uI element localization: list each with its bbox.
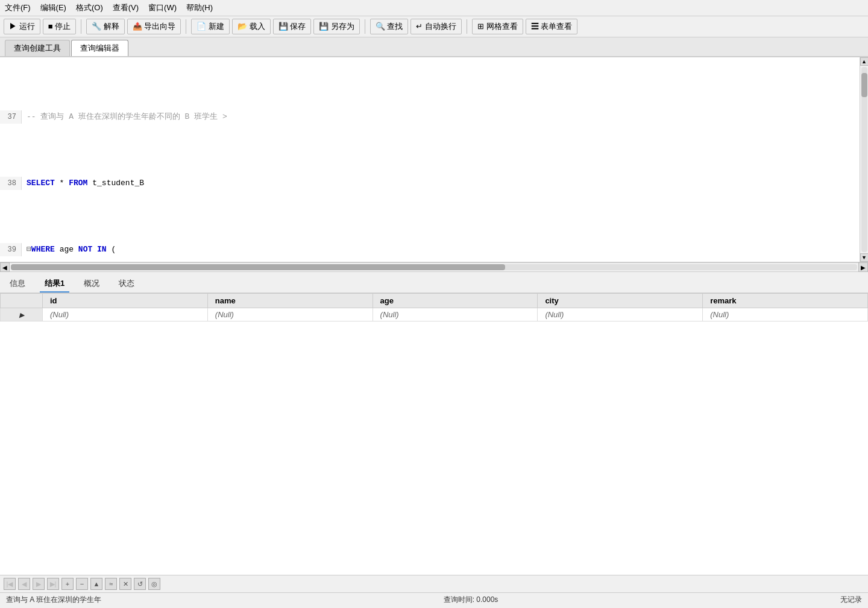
tab-query-builder[interactable]: 查询创建工具 xyxy=(5,40,70,56)
run-button[interactable]: ▶ 运行 xyxy=(4,19,40,34)
fold-39[interactable]: ⊟ xyxy=(27,245,31,254)
line-num-37: 37 xyxy=(0,110,22,124)
vscroll-up[interactable]: ▲ xyxy=(860,57,869,66)
grid-button[interactable]: ⊞ 网格查看 xyxy=(472,19,523,34)
editor-line-39: 39 ⊟WHERE age NOT IN ( xyxy=(0,243,868,256)
menu-help[interactable]: 帮助(H) xyxy=(186,2,213,13)
hscroll-left[interactable]: ◀ xyxy=(0,262,10,272)
load-button[interactable]: 📂 载入 xyxy=(232,19,271,34)
find-button[interactable]: 🔍 查找 xyxy=(370,19,409,34)
menu-window[interactable]: 窗口(W) xyxy=(148,2,177,13)
main-content: 查询创建工具 查询编辑器 37 -- 查询与 A 班住在深圳的学生年龄不同的 B… xyxy=(0,37,868,592)
grid-cell-name[interactable]: (Null) xyxy=(207,308,373,321)
result-tabs: 信息 结果1 概况 状态 xyxy=(0,272,868,293)
hscroll-track[interactable] xyxy=(11,264,857,270)
status-center: 查询时间: 0.000s xyxy=(444,595,498,605)
up-btn[interactable]: ▲ xyxy=(90,578,102,590)
grid-cell-city[interactable]: (Null) xyxy=(538,308,703,321)
grid-col-name: name xyxy=(207,294,373,308)
prev-btn[interactable]: ◀ xyxy=(18,578,30,590)
grid-cell-remark[interactable]: (Null) xyxy=(703,308,868,321)
editor-hscroll[interactable]: ◀ ▶ xyxy=(0,262,868,272)
delete-btn[interactable]: ✕ xyxy=(119,578,131,590)
menu-view[interactable]: 查看(V) xyxy=(113,2,139,13)
status-right: 无记录 xyxy=(840,595,862,605)
export-button[interactable]: 📤 导出向导 xyxy=(127,19,181,34)
grid-cell-id[interactable]: (Null) xyxy=(43,308,208,321)
grid-indicator-header xyxy=(1,294,43,308)
row-arrow: ▶ xyxy=(1,308,43,321)
result-tab-result1[interactable]: 结果1 xyxy=(40,276,69,293)
menubar: 文件(F) 编辑(E) 格式(O) 查看(V) 窗口(W) 帮助(H) xyxy=(0,0,868,16)
add-btn[interactable]: + xyxy=(61,578,74,590)
editor-container: 37 -- 查询与 A 班住在深圳的学生年龄不同的 B 班学生 > 38 SEL… xyxy=(0,57,868,262)
grid-col-age: age xyxy=(373,294,538,308)
approx-btn[interactable]: ≈ xyxy=(105,578,117,590)
stop-button[interactable]: ■ 停止 xyxy=(43,19,76,34)
toolbar: ▶ 运行 ■ 停止 🔧 解释 📤 导出向导 📄 新建 📂 载入 💾 保存 💾 另… xyxy=(0,16,868,37)
new-button[interactable]: 📄 新建 xyxy=(191,19,230,34)
tab-query-editor[interactable]: 查询编辑器 xyxy=(71,40,128,56)
wrap-button[interactable]: ↵ 自动换行 xyxy=(410,19,462,34)
line-content-38: SELECT * FROM t_student_B xyxy=(22,177,868,190)
refresh-btn[interactable]: ↺ xyxy=(134,578,146,590)
line-num-39: 39 xyxy=(0,243,22,256)
separator-1 xyxy=(81,19,81,34)
result-grid[interactable]: id name age city remark ▶ (Null) (Null) … xyxy=(0,293,868,575)
hscroll-thumb[interactable] xyxy=(11,264,505,270)
vscroll-track[interactable] xyxy=(861,67,867,252)
editor-line-38: 38 SELECT * FROM t_student_B xyxy=(0,177,868,190)
next-btn[interactable]: ▶ xyxy=(33,578,45,590)
save-button[interactable]: 💾 保存 xyxy=(273,19,312,34)
separator-3 xyxy=(365,19,365,34)
menu-format[interactable]: 格式(O) xyxy=(76,2,103,13)
line-content-37: -- 查询与 A 班住在深圳的学生年龄不同的 B 班学生 > xyxy=(22,110,868,124)
editor-content: 37 -- 查询与 A 班住在深圳的学生年龄不同的 B 班学生 > 38 SEL… xyxy=(0,57,868,262)
status-left: 查询与 A 班住在深圳的学生年 xyxy=(6,595,101,605)
explain-button[interactable]: 🔧 解释 xyxy=(86,19,125,34)
editor-vscroll[interactable]: ▲ ▼ xyxy=(860,57,868,262)
result-area: 信息 结果1 概况 状态 id name age city remark xyxy=(0,272,868,592)
menu-file[interactable]: 文件(F) xyxy=(5,2,31,13)
remove-btn[interactable]: − xyxy=(76,578,88,590)
editor-line-37: 37 -- 查询与 A 班住在深圳的学生年龄不同的 B 班学生 > xyxy=(0,110,868,124)
saveas-button[interactable]: 💾 另存为 xyxy=(313,19,360,34)
form-button[interactable]: ☰ 表单查看 xyxy=(526,19,578,34)
line-content-39: ⊟WHERE age NOT IN ( xyxy=(22,243,868,256)
result-table: id name age city remark ▶ (Null) (Null) … xyxy=(0,293,868,321)
bottom-toolbar: |◀ ◀ ▶ ▶| + − ▲ ≈ ✕ ↺ ◎ xyxy=(0,575,868,592)
table-row[interactable]: ▶ (Null) (Null) (Null) (Null) (Null) xyxy=(1,308,868,321)
result-tab-overview[interactable]: 概况 xyxy=(79,276,104,293)
separator-4 xyxy=(467,19,467,34)
grid-col-city: city xyxy=(538,294,703,308)
separator-2 xyxy=(186,19,186,34)
last-btn[interactable]: ▶| xyxy=(47,578,59,590)
editor[interactable]: 37 -- 查询与 A 班住在深圳的学生年龄不同的 B 班学生 > 38 SEL… xyxy=(0,57,868,262)
vscroll-thumb[interactable] xyxy=(861,73,867,97)
hscroll-right[interactable]: ▶ xyxy=(858,262,868,272)
target-btn[interactable]: ◎ xyxy=(148,578,160,590)
menu-edit[interactable]: 编辑(E) xyxy=(40,2,66,13)
statusbar: 查询与 A 班住在深圳的学生年 查询时间: 0.000s 无记录 xyxy=(0,592,868,607)
grid-cell-age[interactable]: (Null) xyxy=(373,308,538,321)
editor-tabs: 查询创建工具 查询编辑器 xyxy=(0,37,868,57)
line-num-38: 38 xyxy=(0,177,22,190)
grid-col-remark: remark xyxy=(703,294,868,308)
grid-header-row: id name age city remark xyxy=(1,294,868,308)
row-arrow-icon: ▶ xyxy=(19,311,24,318)
result-tab-status[interactable]: 状态 xyxy=(114,276,139,293)
grid-col-id: id xyxy=(43,294,208,308)
first-btn[interactable]: |◀ xyxy=(4,578,16,590)
vscroll-down[interactable]: ▼ xyxy=(860,253,869,262)
result-tab-info[interactable]: 信息 xyxy=(5,276,30,293)
